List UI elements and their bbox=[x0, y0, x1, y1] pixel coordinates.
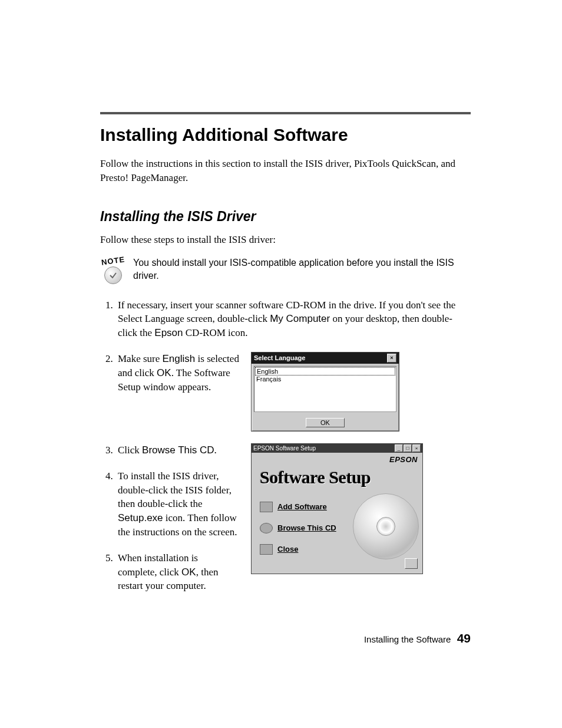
window-titlebar: EPSON Software Setup _ □ × bbox=[252, 444, 422, 453]
ok-button[interactable]: OK bbox=[306, 418, 345, 427]
page-footer: Installing the Software 49 bbox=[364, 631, 471, 645]
intro-paragraph: Follow the instructions in this section … bbox=[100, 157, 471, 185]
step-list: If necessary, insert your scanner softwa… bbox=[100, 298, 471, 340]
step-2: Make sure English is selected and click … bbox=[115, 352, 239, 394]
note-icon: NOTE bbox=[100, 256, 126, 284]
brand-logo: EPSON bbox=[252, 453, 422, 464]
maximize-icon[interactable]: □ bbox=[404, 444, 412, 452]
footer-section: Installing the Software bbox=[364, 634, 451, 644]
language-option-francais[interactable]: Français bbox=[255, 375, 395, 383]
minimize-icon[interactable]: _ bbox=[395, 444, 403, 452]
close-icon[interactable]: × bbox=[387, 354, 396, 363]
page-number: 49 bbox=[457, 631, 471, 645]
language-list[interactable]: English Français bbox=[254, 366, 396, 412]
step-3: Click Browse This CD. bbox=[115, 443, 239, 457]
note-text: You should install your ISIS-compatible … bbox=[133, 256, 471, 283]
resize-icon bbox=[405, 558, 418, 569]
cd-graphic bbox=[353, 493, 419, 559]
language-option-english[interactable]: English bbox=[255, 367, 395, 375]
section-rule bbox=[100, 112, 471, 114]
subheading: Installing the ISIS Driver bbox=[100, 209, 471, 225]
door-icon bbox=[260, 544, 273, 555]
step-4: To install the ISIS driver, double-click… bbox=[115, 469, 239, 539]
magnifier-icon bbox=[260, 523, 273, 533]
checkmark-icon bbox=[104, 266, 122, 284]
software-setup-window: EPSON Software Setup _ □ × EPSON Softwar… bbox=[251, 443, 423, 574]
close-icon[interactable]: × bbox=[412, 444, 421, 452]
monitor-icon bbox=[260, 502, 273, 512]
note-block: NOTE You should install your ISIS-compat… bbox=[100, 256, 471, 284]
step-2-row: Make sure English is selected and click … bbox=[100, 352, 471, 431]
select-language-dialog: Select Language × English Français OK bbox=[251, 352, 399, 431]
step-5: When installation is complete, click OK,… bbox=[115, 551, 239, 593]
step-1: If necessary, insert your scanner softwa… bbox=[115, 298, 471, 340]
setup-heading: Software Setup bbox=[260, 467, 414, 487]
lead-paragraph: Follow these steps to install the ISIS d… bbox=[100, 234, 471, 246]
window-title: EPSON Software Setup bbox=[253, 445, 316, 452]
steps-3-5-row: Click Browse This CD. To install the ISI… bbox=[100, 443, 471, 605]
page-heading: Installing Additional Software bbox=[100, 125, 471, 145]
dialog-titlebar: Select Language × bbox=[252, 353, 399, 364]
dialog-title: Select Language bbox=[254, 354, 305, 361]
